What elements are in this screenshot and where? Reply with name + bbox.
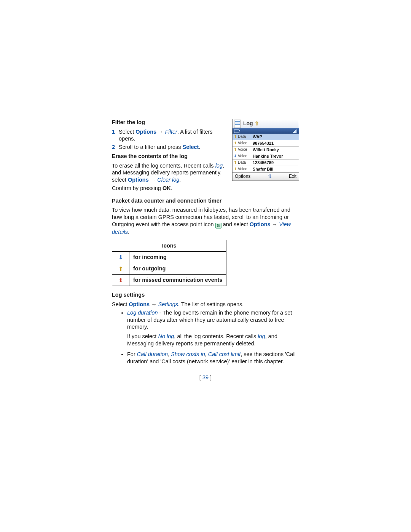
phone-log-row: ⬆VoiceShafer Bill [233, 166, 299, 173]
icons-table-header: Icons [112, 240, 226, 252]
log-app-icon [234, 120, 241, 128]
no-log-term: No log [158, 333, 174, 339]
show-costs-in-term: Show costs in [171, 351, 205, 357]
log-settings-intro: Select Options → Settings. The list of s… [112, 301, 299, 308]
phone-log-row: ⬆Data123456789 [233, 160, 299, 166]
step-number-2: 2 [112, 144, 119, 151]
list-item: For Call duration, Show costs in, Call c… [127, 351, 299, 365]
phone-title: Log [243, 120, 253, 127]
erase-confirm: Confirm by pressing OK. [112, 185, 225, 192]
log-link-1: log [215, 163, 223, 169]
options-label-3: Options [250, 221, 271, 227]
list-item: Log duration - The log events remain in … [127, 309, 299, 347]
phone-log-value: WAP [251, 134, 299, 139]
filter-menu-item: Filter [165, 129, 177, 135]
signal-icon [293, 129, 297, 133]
battery-icon [234, 129, 239, 133]
outgoing-call-icon: ⬆ [233, 167, 237, 172]
phone-status-bar [233, 128, 299, 134]
outgoing-call-icon: ⬆ [233, 160, 237, 165]
icons-table: Icons ⬇ for incoming ⬆ for outgoing ⬍ fo… [112, 240, 226, 286]
outgoing-call-icon: ⬆ [233, 134, 237, 139]
outgoing-call-icon: ⬆ [233, 147, 237, 152]
phone-screenshot: Log ⇧ ⬆DataWAP⬆Voice987654321⬆VoiceWille… [232, 119, 299, 181]
up-arrow-icon: ⇧ [255, 120, 259, 127]
phone-log-value: Shafer Bill [251, 166, 299, 172]
access-point-g-icon: G [215, 223, 221, 228]
table-row: ⬍ for missed communication events [112, 275, 226, 286]
call-cost-limit-term: Call cost limit [208, 351, 241, 357]
erase-paragraph: To erase all the log contents, Recent ca… [112, 162, 225, 184]
incoming-arrow-icon: ⬇ [118, 254, 123, 260]
clear-log-menu-item: Clear log [157, 177, 179, 183]
heading-packet-data: Packet data counter and connection timer [112, 197, 299, 204]
step-1-body: Select Options → Filter. A list of filte… [119, 128, 225, 142]
phone-log-value: Hankins Trevor [251, 153, 299, 159]
filter-steps: 1 Select Options → Filter. A list of fil… [112, 128, 225, 151]
ok-label: OK [162, 185, 171, 191]
icons-row-2: for missed communication events [129, 275, 226, 286]
log-link-2: log [258, 333, 265, 339]
softkey-right: Exit [289, 174, 296, 179]
phone-log-row: ⬆DataWAP [233, 134, 299, 140]
softkey-middle-icon: ⇅ [268, 174, 272, 179]
icons-row-0: for incoming [129, 251, 226, 263]
log-duration-term: Log duration [127, 310, 158, 316]
icons-row-1: for outgoing [129, 263, 226, 274]
options-label-4: Options [129, 301, 150, 307]
settings-bullet-list: Log duration - The log events remain in … [112, 309, 299, 365]
step-2-body: Scroll to a filter and press Select. [119, 144, 225, 151]
phone-log-row: ⬆VoiceWillett Rocky [233, 147, 299, 153]
missed-event-icon: ⬍ [118, 277, 123, 283]
phone-log-row: ⬆Voice987654321 [233, 140, 299, 147]
page-number: [ 39 ] [112, 374, 299, 381]
call-duration-term: Call duration [137, 351, 168, 357]
table-row: ⬇ for incoming [112, 251, 226, 263]
packet-paragraph: To view how much data, measured in kilob… [112, 206, 299, 235]
settings-menu-item: Settings [158, 301, 178, 307]
table-row: ⬆ for outgoing [112, 263, 226, 274]
incoming-call-icon: ⬇ [233, 154, 237, 159]
phone-log-row: ⬇VoiceHankins Trevor [233, 153, 299, 160]
heading-log-settings: Log settings [112, 291, 299, 299]
phone-log-value: Willett Rocky [251, 147, 299, 152]
select-label: Select [183, 144, 199, 150]
outgoing-call-icon: ⬆ [233, 141, 237, 146]
step-number-1: 1 [112, 128, 119, 142]
phone-log-value: 123456789 [251, 160, 299, 165]
outgoing-arrow-icon: ⬆ [118, 265, 123, 272]
heading-filter-log: Filter the log [112, 119, 225, 126]
heading-erase-log: Erase the contents of the log [112, 153, 225, 160]
softkey-left: Options [235, 174, 250, 179]
options-label-2: Options [128, 177, 149, 183]
options-label: Options [135, 129, 156, 135]
phone-log-list: ⬆DataWAP⬆Voice987654321⬆VoiceWillett Roc… [233, 134, 299, 173]
phone-log-value: 987654321 [251, 141, 299, 146]
